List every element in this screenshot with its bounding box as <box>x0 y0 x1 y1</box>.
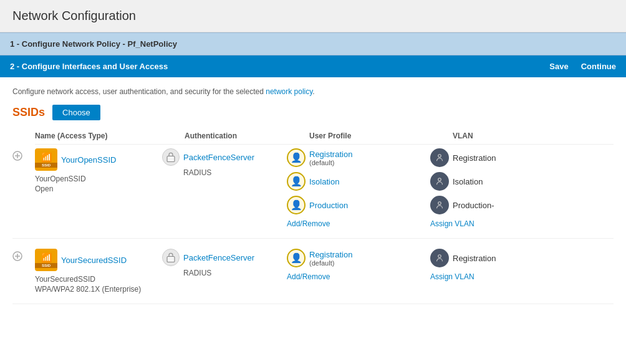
auth-sub-secured: RADIUS <box>183 269 287 277</box>
ssid-name-cell-secured: 📶 SSID YourSecuredSSID YourSecuredSSID W… <box>35 249 162 294</box>
auth-row-open: PacketFenceServer <box>162 148 287 166</box>
auth-sub-open: RADIUS <box>183 168 287 177</box>
ssids-label: SSIDs <box>12 106 45 119</box>
ssid-type-secured: WPA/WPA2 802.1X (Enterprise) <box>35 285 162 294</box>
col-vlan: VLAN <box>453 132 590 140</box>
choose-button[interactable]: Choose <box>52 105 100 120</box>
main-content: Configure network access, user authentic… <box>0 77 626 324</box>
svg-rect-3 <box>167 156 175 162</box>
auth-icon-secured <box>162 249 180 266</box>
table-header: Name (Access Type) Authentication User P… <box>35 129 614 145</box>
step1-label: 1 - Configure Network Policy - Pf_NetPol… <box>10 39 177 49</box>
profile-link-isolation[interactable]: Isolation <box>309 177 339 186</box>
profile-icon-registration: 👤 <box>287 148 306 167</box>
vlan-icon-production <box>430 196 449 214</box>
network-policy-link[interactable]: network policy <box>266 87 312 96</box>
step2-bar: 2 - Configure Interfaces and User Access… <box>0 55 626 77</box>
col-auth: Authentication <box>185 132 309 140</box>
vlan-cell-secured: Registration Assign VLAN <box>430 249 567 281</box>
step1-bar: 1 - Configure Network Policy - Pf_NetPol… <box>0 32 626 55</box>
add-remove-link-secured[interactable]: Add/Remove <box>287 272 430 281</box>
profile-icon-production: 👤 <box>287 196 306 214</box>
vlan-item-isolation: Isolation <box>430 172 567 191</box>
vlan-icon-secured-registration <box>430 249 449 267</box>
vlan-label-secured-registration: Registration <box>453 254 496 263</box>
ssid-icon-open: 📶 SSID <box>35 148 57 171</box>
ssid-icon-secured: 📶 SSID <box>35 249 57 271</box>
vlan-item-secured-registration: Registration <box>430 249 567 267</box>
assign-vlan-link-open[interactable]: Assign VLAN <box>430 219 567 228</box>
ssid-link-open[interactable]: YourOpenSSID <box>61 155 116 165</box>
page-title: Network Configuration <box>12 9 614 23</box>
ssids-header: SSIDs Choose <box>12 105 614 120</box>
profile-link-secured-registration[interactable]: Registration <box>309 250 352 259</box>
description: Configure network access, user authentic… <box>12 87 614 96</box>
row-handle-secured <box>12 249 35 264</box>
vlan-cell-open: Registration Isolation <box>430 148 567 228</box>
assign-vlan-link-secured[interactable]: Assign VLAN <box>430 272 567 281</box>
page-header: Network Configuration <box>0 0 626 32</box>
profile-item-secured-registration: 👤 Registration (default) <box>287 249 430 267</box>
ssid-sub-open: YourOpenSSID <box>35 175 162 183</box>
vlan-icon-registration <box>430 148 449 167</box>
profile-default-registration: (default) <box>309 159 352 166</box>
ssid-type-open: Open <box>35 184 162 193</box>
step-actions: Save Continue <box>549 62 616 71</box>
vlan-label-isolation: Isolation <box>453 177 483 186</box>
auth-row-secured: PacketFenceServer <box>162 249 287 266</box>
vlan-label-registration: Registration <box>453 153 496 163</box>
add-remove-link-open[interactable]: Add/Remove <box>287 219 430 228</box>
auth-link-secured[interactable]: PacketFenceServer <box>183 253 254 262</box>
vlan-item-production: Production- <box>430 196 567 214</box>
profile-link-registration[interactable]: Registration <box>309 150 352 159</box>
profile-item-isolation: 👤 Isolation <box>287 172 430 191</box>
ssid-link-secured[interactable]: YourSecuredSSID <box>61 256 127 265</box>
auth-cell-secured: PacketFenceServer RADIUS <box>162 249 287 277</box>
save-button[interactable]: Save <box>549 62 568 71</box>
profile-icon-isolation: 👤 <box>287 172 306 191</box>
vlan-item-registration: Registration <box>430 148 567 167</box>
auth-link-open[interactable]: PacketFenceServer <box>183 153 254 162</box>
ssid-row-secured: 📶 SSID YourSecuredSSID YourSecuredSSID W… <box>12 249 614 304</box>
ssid-name-cell-open: 📶 SSID YourOpenSSID YourOpenSSID Open <box>35 148 162 193</box>
profile-default-secured-registration: (default) <box>309 259 352 267</box>
svg-rect-13 <box>167 257 175 262</box>
ssid-icon-row-open: 📶 SSID YourOpenSSID <box>35 148 162 171</box>
ssid-sub-secured: YourSecuredSSID <box>35 275 162 284</box>
profile-cell-open: 👤 Registration (default) 👤 Isolation 👤 P… <box>287 148 430 228</box>
row-handle-open <box>12 148 35 163</box>
step2-label: 2 - Configure Interfaces and User Access <box>10 62 168 71</box>
profile-link-production[interactable]: Production <box>309 201 348 210</box>
ssid-icon-row-secured: 📶 SSID YourSecuredSSID <box>35 249 162 271</box>
col-profile: User Profile <box>309 132 453 140</box>
profile-item-registration: 👤 Registration (default) <box>287 148 430 167</box>
profile-cell-secured: 👤 Registration (default) Add/Remove <box>287 249 430 281</box>
profile-item-production: 👤 Production <box>287 196 430 214</box>
vlan-icon-isolation <box>430 172 449 191</box>
continue-button[interactable]: Continue <box>581 62 616 71</box>
col-name: Name (Access Type) <box>35 132 185 140</box>
auth-icon-open <box>162 148 180 166</box>
vlan-label-production: Production- <box>453 201 494 210</box>
auth-cell-open: PacketFenceServer RADIUS <box>162 148 287 177</box>
ssid-row-open: 📶 SSID YourOpenSSID YourOpenSSID Open Pa… <box>12 148 614 239</box>
profile-icon-secured-registration: 👤 <box>287 249 306 267</box>
